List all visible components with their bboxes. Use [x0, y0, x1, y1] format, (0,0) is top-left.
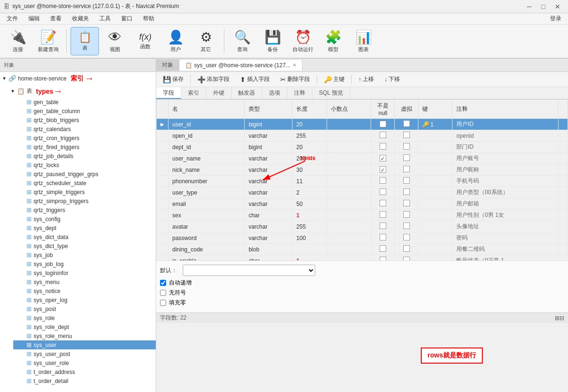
toolbar-autorun[interactable]: ⏰ 自动运行 — [289, 27, 317, 55]
field-virtual[interactable] — [395, 232, 418, 244]
sidebar-item-sys_post[interactable]: ⊞sys_post — [13, 304, 156, 313]
sidebar-item-t_order_address[interactable]: ⊞t_order_address — [13, 367, 156, 376]
field-virtual[interactable] — [395, 142, 418, 153]
field-virtual[interactable] — [395, 255, 418, 261]
field-virtual[interactable] — [395, 176, 418, 187]
table-row[interactable]: dining_code blob 用餐二维码 — [157, 244, 568, 255]
minimize-button[interactable]: ─ — [523, 2, 536, 11]
field-name[interactable]: dining_code — [169, 244, 245, 255]
table-row[interactable]: nick_name varchar 30 ✓ 用户昵称 — [157, 164, 568, 176]
sidebar-item-qrtz_simprop_triggers[interactable]: ⊞qrtz_simprop_triggers — [13, 196, 156, 205]
field-name[interactable]: open_id — [169, 130, 245, 142]
sidebar-item-qrtz_locks[interactable]: ⊞qrtz_locks — [13, 160, 156, 169]
field-name[interactable]: user_name — [169, 153, 245, 164]
sidebar-item-sys_logininfor[interactable]: ⊞sys_logininfor — [13, 268, 156, 277]
sidebar-item-qrtz_scheduler_state[interactable]: ⊞qrtz_scheduler_state — [13, 178, 156, 187]
table-row[interactable]: ▶ user_id bigint 20 ✓ 🔑1 用户ID — [157, 119, 568, 130]
sidebar-item-qrtz_simple_triggers[interactable]: ⊞qrtz_simple_triggers — [13, 187, 156, 196]
field-name[interactable]: phonenumber — [169, 176, 245, 187]
tab-sys-user[interactable]: 📋 sys_user @home-store-service (127... ✕ — [179, 60, 302, 71]
menu-favorites[interactable]: 收藏夹 — [67, 14, 94, 24]
sidebar-item-gen_table[interactable]: ⊞gen_table — [13, 98, 156, 107]
field-name[interactable]: is_enable — [169, 255, 245, 261]
sidebar-item-sys_user[interactable]: ⊞sys_user — [13, 340, 156, 349]
table-row[interactable]: is_enable char 1 帐号状态（0正常 1 — [157, 255, 568, 261]
toolbar-chart[interactable]: 📊 图表 — [349, 27, 378, 55]
primary-key-button[interactable]: 🔑 主键 — [320, 74, 348, 84]
maximize-button[interactable]: □ — [537, 2, 550, 11]
field-notnull[interactable]: ✓ — [371, 153, 395, 164]
sidebar-item-sys_job[interactable]: ⊞sys_job — [13, 250, 156, 259]
table-row[interactable]: email varchar 50 用户邮箱 — [157, 198, 568, 210]
sub-tab-trigger[interactable]: 触发器 — [231, 87, 262, 99]
toolbar-function[interactable]: f(x) 函数 — [131, 27, 160, 55]
field-name[interactable]: nick_name — [169, 164, 245, 176]
sub-tab-option[interactable]: 选项 — [262, 87, 287, 99]
sidebar-item-qrtz_paused_trigger_grps[interactable]: ⊞qrtz_paused_trigger_grps — [13, 169, 156, 178]
sidebar-item-sys_dict_data[interactable]: ⊞sys_dict_data — [13, 232, 156, 241]
zerofill-checkbox[interactable] — [160, 300, 166, 306]
table-row[interactable]: dept_id bigint 20 部门ID — [157, 142, 568, 153]
field-name[interactable]: user_type — [169, 187, 245, 198]
field-notnull[interactable] — [371, 221, 395, 232]
toolbar-user[interactable]: 👤 用户 — [161, 27, 190, 55]
add-field-button[interactable]: ➕ 添加字段 — [194, 74, 233, 84]
sidebar-item-sys_user_role[interactable]: ⊞sys_user_role — [13, 358, 156, 367]
sidebar-item-qrtz_blob_triggers[interactable]: ⊞qrtz_blob_triggers — [13, 116, 156, 125]
default-select[interactable] — [183, 265, 315, 276]
sidebar-connection[interactable]: ▼ 🔗 home-store-service 索引 → — [0, 72, 156, 85]
field-virtual[interactable] — [395, 187, 418, 198]
field-name[interactable]: avatar — [169, 221, 245, 232]
field-virtual[interactable] — [395, 130, 418, 142]
sidebar-item-qrtz_calendars[interactable]: ⊞qrtz_calendars — [13, 125, 156, 134]
sub-tab-fields[interactable]: 字段 — [156, 87, 181, 99]
menu-tools[interactable]: 工具 — [95, 14, 115, 24]
menu-file[interactable]: 文件 — [2, 14, 23, 24]
table-toggle[interactable]: ▼ — [10, 89, 17, 94]
field-name[interactable]: dept_id — [169, 142, 245, 153]
sidebar-item-qrtz_job_details[interactable]: ⊞qrtz_job_details — [13, 151, 156, 160]
toolbar-backup[interactable]: 💾 备份 — [258, 27, 287, 55]
sidebar-item-qrtz_triggers[interactable]: ⊞qrtz_triggers — [13, 205, 156, 214]
sub-tab-fk[interactable]: 外键 — [206, 87, 231, 99]
table-row[interactable]: user_type varchar 2 用户类型（00系统） — [157, 187, 568, 198]
sidebar-item-sys_config[interactable]: ⊞sys_config — [13, 214, 156, 223]
connection-toggle[interactable]: ▼ — [2, 76, 9, 81]
table-row[interactable]: open_id varchar 255 openId — [157, 130, 568, 142]
sidebar-item-gen_table_column[interactable]: ⊞gen_table_column — [13, 107, 156, 116]
close-button[interactable]: ✕ — [551, 2, 564, 11]
table-row[interactable]: password varchar 100 密码 — [157, 232, 568, 244]
field-notnull[interactable] — [371, 142, 395, 153]
menu-view[interactable]: 查看 — [45, 14, 66, 24]
sub-tab-comment[interactable]: 注释 — [287, 87, 312, 99]
menu-edit[interactable]: 编辑 — [24, 14, 44, 24]
field-notnull[interactable] — [371, 176, 395, 187]
move-down-button[interactable]: ↓ 下移 — [381, 74, 404, 84]
delete-field-button[interactable]: ✂ 删除字段 — [276, 74, 314, 84]
sidebar-item-t_order_detail[interactable]: ⊞t_order_detail — [13, 376, 156, 385]
toolbar-model[interactable]: 🧩 模型 — [319, 27, 347, 55]
sidebar-item-sys_role_dept[interactable]: ⊞sys_role_dept — [13, 322, 156, 331]
insert-field-button[interactable]: ⬆ 插入字段 — [236, 74, 274, 84]
field-name[interactable]: sex — [169, 210, 245, 221]
table-row[interactable]: phonenumber varchar 11 手机号码 — [157, 176, 568, 187]
table-row[interactable]: sex char 1 用户性别（0男 1女 — [157, 210, 568, 221]
field-virtual[interactable] — [395, 153, 418, 164]
sidebar-item-qrtz_cron_triggers[interactable]: ⊞qrtz_cron_triggers — [13, 134, 156, 143]
sidebar-item-sys_dict_type[interactable]: ⊞sys_dict_type — [13, 241, 156, 250]
field-virtual[interactable] — [395, 244, 418, 255]
sub-tab-index[interactable]: 索引 — [181, 87, 206, 99]
login-label[interactable]: 登录 — [545, 14, 566, 24]
sidebar-item-sys_job_log[interactable]: ⊞sys_job_log — [13, 259, 156, 268]
unsigned-checkbox[interactable] — [160, 290, 166, 296]
field-notnull[interactable] — [371, 187, 395, 198]
field-notnull[interactable] — [371, 232, 395, 244]
field-name[interactable]: email — [169, 198, 245, 210]
tab-close-icon[interactable]: ✕ — [293, 62, 296, 68]
table-row[interactable]: user_name varchar 200 ✓ 用户账号 — [157, 153, 568, 164]
sidebar-item-sys_role_menu[interactable]: ⊞sys_role_menu — [13, 331, 156, 340]
field-name[interactable]: user_id — [169, 119, 245, 130]
sidebar-item-sys_dept[interactable]: ⊞sys_dept — [13, 223, 156, 232]
table-row[interactable]: avatar varchar 255 头像地址 — [157, 221, 568, 232]
field-notnull[interactable] — [371, 198, 395, 210]
